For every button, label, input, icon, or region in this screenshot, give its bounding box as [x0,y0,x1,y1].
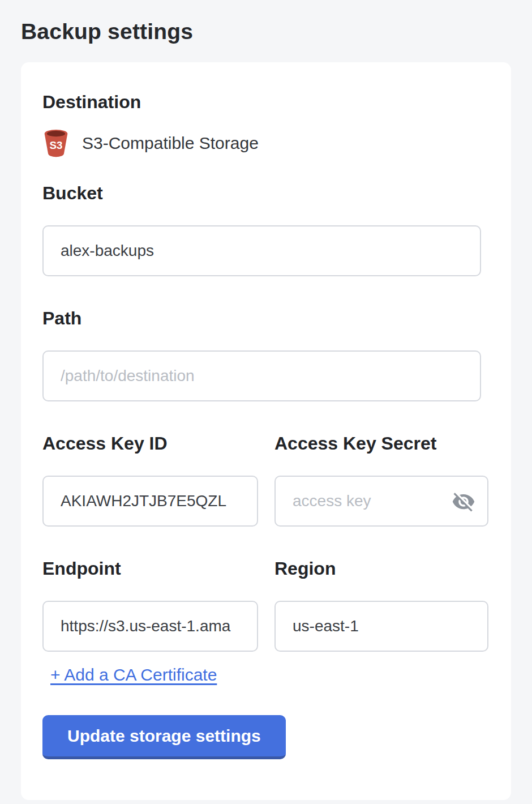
backup-settings-card: Destination S3 S3-Compatible Storage Buc… [21,62,511,800]
access-key-secret-label: Access Key Secret [274,433,488,454]
access-key-secret-field: Access Key Secret [274,433,488,527]
s3-bucket-icon: S3 [42,129,70,158]
access-key-secret-input-wrap [274,476,488,527]
svg-text:S3: S3 [50,139,63,151]
endpoint-region-row: Endpoint Region [42,558,490,652]
bucket-label: Bucket [42,183,490,204]
region-input[interactable] [274,601,488,652]
destination-section: Destination S3 S3-Compatible Storage [42,92,490,158]
region-label: Region [274,558,488,579]
access-key-id-input[interactable] [42,476,258,527]
update-storage-settings-button[interactable]: Update storage settings [42,715,286,759]
endpoint-field: Endpoint [42,558,258,652]
ca-certificate-link-row: + Add a CA Certificate [50,665,490,685]
eye-off-icon [452,490,475,514]
path-field: Path [42,308,490,401]
region-field: Region [274,558,488,652]
access-key-id-label: Access Key ID [42,433,258,454]
add-ca-certificate-link[interactable]: + Add a CA Certificate [50,665,217,684]
path-label: Path [42,308,490,329]
endpoint-input[interactable] [42,601,258,652]
path-input[interactable] [42,350,481,401]
destination-value-row: S3 S3-Compatible Storage [42,129,490,158]
access-key-id-field: Access Key ID [42,433,258,527]
endpoint-label: Endpoint [42,558,258,579]
bucket-field: Bucket [42,183,490,276]
toggle-secret-visibility-button[interactable] [451,489,476,514]
destination-label: Destination [42,92,490,113]
page-title: Backup settings [21,19,511,44]
access-key-row: Access Key ID Access Key Secret [42,433,490,527]
bucket-input[interactable] [42,225,481,276]
destination-value: S3-Compatible Storage [82,134,259,153]
